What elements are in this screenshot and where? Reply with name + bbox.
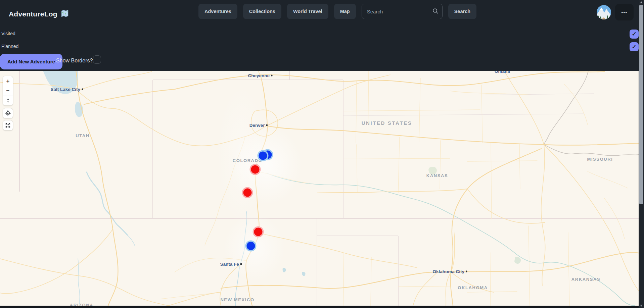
state-label-new-mexico: NEW MEXICO bbox=[220, 297, 254, 302]
search-box bbox=[362, 4, 443, 19]
app-header: AdventureLog Adventures Collections Worl… bbox=[0, 0, 639, 71]
zoom-out-button[interactable]: − bbox=[3, 86, 13, 96]
state-label-oklahoma: OKLAHOMA bbox=[458, 285, 488, 290]
locate-button[interactable] bbox=[3, 108, 13, 118]
city-dot bbox=[82, 89, 83, 90]
adventure-marker-blue[interactable] bbox=[245, 241, 257, 252]
user-avatar[interactable] bbox=[597, 5, 611, 19]
show-borders-label: Show Borders? bbox=[56, 58, 93, 64]
nav-collections[interactable]: Collections bbox=[243, 4, 281, 19]
state-label-arkansas: ARKANSAS bbox=[571, 277, 600, 282]
map-canvas[interactable]: UTAHCOLORADOUNITED STATESKANSASMISSOURIN… bbox=[0, 71, 639, 306]
adventurelog-app: AdventureLog Adventures Collections Worl… bbox=[0, 0, 644, 308]
state-label-missouri: MISSOURI bbox=[587, 157, 613, 162]
app-logo[interactable]: AdventureLog bbox=[9, 9, 69, 19]
planned-label: Planned bbox=[1, 44, 18, 49]
search-input[interactable] bbox=[362, 4, 443, 19]
check-icon: ✓ bbox=[632, 43, 636, 50]
adventure-marker-red[interactable] bbox=[250, 164, 261, 175]
visited-label: Visited bbox=[1, 31, 15, 36]
nav-adventures[interactable]: Adventures bbox=[198, 4, 237, 19]
city-label-cheyenne: Cheyenne bbox=[248, 73, 272, 78]
state-label-arizona: ARIZONA bbox=[70, 303, 93, 306]
adventure-marker-blue[interactable] bbox=[258, 150, 269, 161]
main-nav: Adventures Collections World Travel Map … bbox=[198, 4, 476, 19]
map-emoji-icon bbox=[60, 9, 69, 19]
bottom-strip bbox=[0, 306, 639, 308]
city-label-oklahoma-city: Oklahoma City bbox=[432, 269, 467, 274]
nav-world-travel[interactable]: World Travel bbox=[287, 4, 328, 19]
state-label-united-states: UNITED STATES bbox=[362, 120, 412, 126]
city-dot bbox=[466, 271, 467, 272]
scroll-up-arrow[interactable] bbox=[640, 1, 643, 3]
adventure-marker-red[interactable] bbox=[242, 187, 253, 198]
search-icon bbox=[432, 8, 439, 16]
map-zoom-controls: + − bbox=[3, 76, 13, 106]
show-borders-checkbox[interactable] bbox=[93, 55, 101, 64]
visited-checkbox[interactable]: ✓ bbox=[630, 30, 639, 39]
city-dot bbox=[266, 124, 268, 126]
app-title: AdventureLog bbox=[9, 10, 57, 18]
city-label-denver: Denver bbox=[249, 123, 268, 128]
adventure-marker-red[interactable] bbox=[253, 226, 264, 238]
add-new-adventure-button[interactable]: Add New Adventure bbox=[0, 54, 62, 69]
zoom-in-button[interactable]: + bbox=[3, 76, 13, 86]
city-label-omaha: Omaha bbox=[495, 71, 510, 74]
map-annotations: UTAHCOLORADOUNITED STATESKANSASMISSOURIN… bbox=[0, 71, 639, 306]
overflow-menu-button[interactable]: ••• bbox=[615, 4, 634, 20]
check-icon: ✓ bbox=[632, 31, 636, 38]
scrollbar-thumb[interactable] bbox=[639, 5, 643, 204]
fullscreen-button[interactable] bbox=[3, 120, 13, 131]
nav-map[interactable]: Map bbox=[334, 4, 356, 19]
city-label-salt-lake-city: Salt Lake City bbox=[50, 87, 83, 92]
page-scrollbar bbox=[639, 0, 644, 308]
city-label-santa-fe: Santa Fe bbox=[220, 262, 242, 267]
city-dot bbox=[240, 263, 242, 265]
state-label-utah: UTAH bbox=[76, 133, 90, 138]
compass-icon[interactable] bbox=[3, 96, 13, 105]
search-button[interactable]: Search bbox=[448, 4, 476, 19]
city-dot bbox=[271, 75, 273, 76]
state-label-kansas: KANSAS bbox=[426, 173, 448, 178]
planned-checkbox[interactable]: ✓ bbox=[630, 42, 639, 51]
scroll-down-arrow[interactable] bbox=[640, 305, 643, 307]
